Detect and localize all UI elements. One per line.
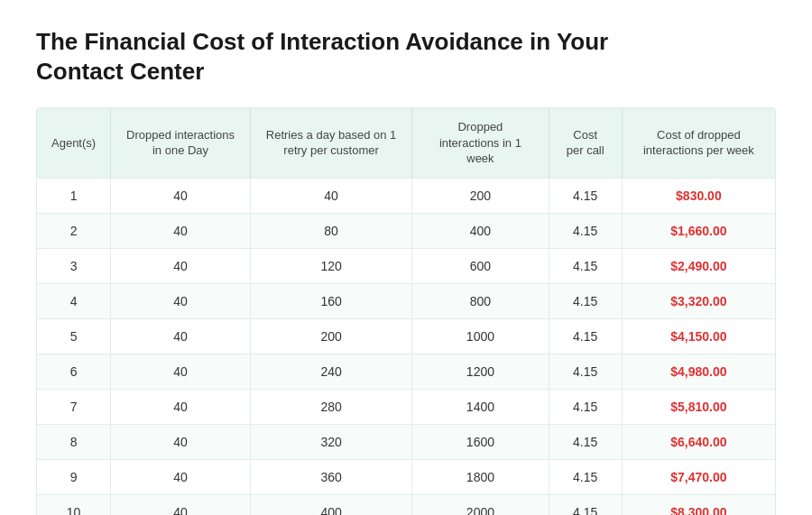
cell-cost_week: $4,980.00 — [622, 354, 775, 389]
cell-cost_week: $8,300.00 — [622, 494, 775, 515]
cell-cost_per_call: 4.15 — [549, 389, 622, 424]
cell-retries: 280 — [250, 389, 411, 424]
cell-cost_per_call: 4.15 — [549, 354, 622, 389]
page-title: The Financial Cost of Interaction Avoida… — [36, 27, 668, 86]
cell-dropped_week: 800 — [412, 283, 549, 318]
cell-agents: 6 — [37, 354, 111, 389]
cell-retries: 200 — [250, 318, 411, 354]
cell-cost_per_call: 4.15 — [549, 459, 622, 494]
cell-retries: 240 — [250, 354, 411, 389]
cell-agents: 4 — [37, 283, 111, 318]
cell-dropped_week: 1200 — [412, 354, 549, 389]
cell-dropped_day: 40 — [111, 283, 251, 318]
cell-dropped_week: 1800 — [412, 459, 549, 494]
col-header-cost-week: Cost of dropped interactions per week — [622, 108, 775, 178]
cell-agents: 5 — [37, 318, 111, 354]
cell-retries: 400 — [250, 494, 411, 515]
cell-agents: 1 — [37, 178, 111, 213]
table-row: 3401206004.15$2,490.00 — [37, 248, 775, 283]
cell-cost_week: $3,320.00 — [622, 283, 775, 318]
cell-dropped_day: 40 — [111, 248, 251, 283]
cell-dropped_week: 200 — [412, 178, 549, 213]
cell-cost_per_call: 4.15 — [549, 248, 622, 283]
cell-agents: 8 — [37, 424, 111, 459]
cell-agents: 9 — [37, 459, 111, 494]
table-row: 140402004.15$830.00 — [37, 178, 775, 213]
table-row: 84032016004.15$6,640.00 — [37, 424, 775, 459]
table-row: 240804004.15$1,660.00 — [37, 213, 775, 248]
cell-cost_week: $830.00 — [622, 178, 775, 213]
cell-cost_per_call: 4.15 — [549, 494, 622, 515]
table-row: 54020010004.15$4,150.00 — [37, 318, 775, 354]
cell-cost_week: $4,150.00 — [622, 318, 775, 354]
cell-dropped_day: 40 — [111, 494, 251, 515]
cell-dropped_day: 40 — [111, 213, 251, 248]
cell-retries: 360 — [250, 459, 411, 494]
cell-agents: 2 — [37, 213, 111, 248]
col-header-dropped-week: Dropped interactions in 1 week — [412, 108, 549, 178]
cell-dropped_week: 600 — [412, 248, 549, 283]
cell-agents: 7 — [37, 389, 111, 424]
cell-retries: 80 — [250, 213, 411, 248]
col-header-agents: Agent(s) — [37, 108, 111, 178]
cell-dropped_week: 1600 — [412, 424, 549, 459]
table-row: 74028014004.15$5,810.00 — [37, 389, 775, 424]
col-header-dropped-day: Dropped interactions in one Day — [111, 108, 251, 178]
cell-dropped_day: 40 — [111, 424, 251, 459]
cell-dropped_day: 40 — [111, 389, 251, 424]
cell-retries: 40 — [250, 178, 411, 213]
cell-dropped_day: 40 — [111, 459, 251, 494]
cell-cost_per_call: 4.15 — [549, 178, 622, 213]
data-table: Agent(s) Dropped interactions in one Day… — [36, 107, 776, 515]
cell-agents: 3 — [37, 248, 111, 283]
cell-retries: 160 — [250, 283, 411, 318]
cell-retries: 320 — [250, 424, 411, 459]
col-header-cost-per-call: Cost per call — [549, 108, 622, 178]
cell-retries: 120 — [250, 248, 411, 283]
cell-dropped_day: 40 — [111, 318, 251, 354]
cell-agents: 10 — [37, 494, 111, 515]
cell-cost_per_call: 4.15 — [549, 318, 622, 354]
cell-dropped_week: 1000 — [412, 318, 549, 354]
cell-dropped_week: 2000 — [412, 494, 549, 515]
cell-cost_week: $2,490.00 — [622, 248, 775, 283]
cell-cost_week: $6,640.00 — [622, 424, 775, 459]
col-header-retries: Retries a day based on 1 retry per custo… — [250, 108, 411, 178]
table-row: 104040020004.15$8,300.00 — [37, 494, 775, 515]
table-row: 94036018004.15$7,470.00 — [37, 459, 775, 494]
cell-cost_per_call: 4.15 — [549, 283, 622, 318]
table-row: 4401608004.15$3,320.00 — [37, 283, 775, 318]
cell-dropped_day: 40 — [111, 178, 251, 213]
cell-dropped_week: 1400 — [412, 389, 549, 424]
cell-dropped_week: 400 — [412, 213, 549, 248]
cell-cost_week: $5,810.00 — [622, 389, 775, 424]
cell-cost_per_call: 4.15 — [549, 213, 622, 248]
cell-cost_per_call: 4.15 — [549, 424, 622, 459]
cell-dropped_day: 40 — [111, 354, 251, 389]
cell-cost_week: $1,660.00 — [622, 213, 775, 248]
table-row: 64024012004.15$4,980.00 — [37, 354, 775, 389]
cell-cost_week: $7,470.00 — [622, 459, 775, 494]
